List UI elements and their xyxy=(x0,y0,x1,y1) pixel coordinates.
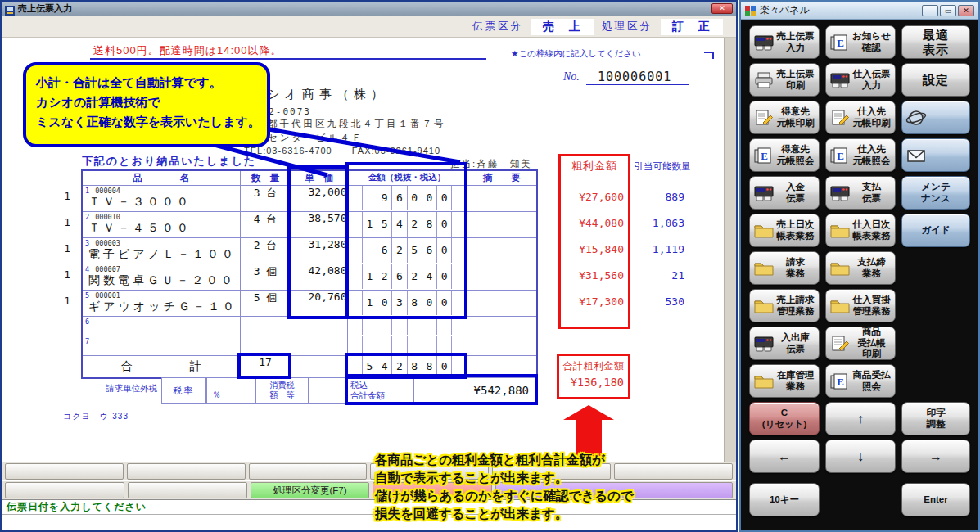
cell-item-name[interactable]: 3 000003電子ピアノＬ－１００ xyxy=(82,237,240,264)
maintenance-button[interactable]: メンテ ナンス xyxy=(901,176,970,210)
cell-amount[interactable]: 96000 xyxy=(347,185,467,211)
optimal-display-button[interactable]: 最適 表示 xyxy=(901,25,970,59)
purchase-payable-mgmt-button[interactable]: 仕入買掛 管理業務 xyxy=(825,289,896,322)
amount-digit-cell xyxy=(451,264,466,289)
cell-unit-price[interactable]: 38,570 xyxy=(291,211,347,237)
cell-remarks[interactable] xyxy=(467,211,537,237)
close-icon[interactable]: ✕ xyxy=(711,3,733,14)
notice-check-button[interactable]: Eお知らせ 確認 xyxy=(825,25,896,59)
process-category-value[interactable]: 訂 正 xyxy=(661,19,723,35)
gross-profit-value: ¥17,300 xyxy=(560,289,624,315)
fkey-button[interactable] xyxy=(127,463,246,480)
cell-amount[interactable] xyxy=(347,336,467,355)
cell-item-name[interactable]: 1 000004ＴＶ－３０００ xyxy=(82,185,240,211)
cell-remarks[interactable] xyxy=(467,290,537,316)
up-button[interactable]: ↑ xyxy=(825,402,896,435)
amount-digit-cell xyxy=(436,317,451,335)
cell-quantity[interactable] xyxy=(240,336,291,355)
cell-quantity[interactable]: 5 個 xyxy=(240,290,291,316)
cell-item-name[interactable]: 5 000001ギアウオッチＧ－１０ xyxy=(82,290,240,316)
panel-row: 売上請求 管理業務仕入買掛 管理業務 xyxy=(749,289,970,322)
company-name: カシオ商事（株） xyxy=(250,87,388,102)
cell-remarks[interactable] xyxy=(467,264,537,290)
mail-button[interactable] xyxy=(901,138,970,172)
print-adjust-button[interactable]: 印字 調整 xyxy=(901,402,970,435)
settings-button[interactable]: 設定 xyxy=(901,63,970,97)
fkey-button[interactable] xyxy=(5,482,124,498)
guide-button[interactable]: ガイド xyxy=(901,214,970,247)
cell-quantity[interactable]: 4 台 xyxy=(240,211,291,237)
panel-cell: 支払締 業務 xyxy=(825,251,896,285)
deposit-slip-button[interactable]: 入金 伝票 xyxy=(749,176,820,210)
cell-quantity[interactable]: 3 台 xyxy=(240,185,291,211)
cell-unit-price[interactable]: 31,280 xyxy=(291,237,347,264)
panel-cell: ← xyxy=(749,440,820,473)
cell-item-name[interactable]: 2 000010ＴＶ－４５００ xyxy=(82,211,240,237)
cell-item-name[interactable]: 4 000007関数電卓ＧＵ－２００ xyxy=(82,264,240,290)
inout-slip-button[interactable]: 入出庫 伝票 xyxy=(749,327,820,360)
cell-amount[interactable]: 62560 xyxy=(347,237,467,264)
maximize-icon[interactable]: ▭ xyxy=(940,5,956,16)
supplier-ledger-inquiry-button[interactable]: E仕入先 元帳照会 xyxy=(825,138,896,172)
minimize-icon[interactable]: — xyxy=(922,5,938,16)
enter-button[interactable]: Enter xyxy=(901,483,970,516)
panel-button-label: 売上日次 帳表業務 xyxy=(775,219,816,242)
cell-remarks[interactable] xyxy=(467,185,537,211)
purchase-daily-report-button[interactable]: 仕入日次 帳表業務 xyxy=(825,214,896,247)
payment-slip-button[interactable]: 支払 伝票 xyxy=(825,176,896,210)
scrollbar[interactable] xyxy=(724,38,736,462)
cell-unit-price[interactable]: 42,080 xyxy=(291,264,347,290)
sales-slip-print-button[interactable]: 売上伝票 印刷 xyxy=(749,63,820,97)
amount-digit-cell: 0 xyxy=(436,212,451,237)
cell-remarks[interactable] xyxy=(467,336,537,355)
invoice-no-value[interactable]: 100006001 xyxy=(598,70,671,84)
web-button[interactable] xyxy=(901,101,970,134)
cell-unit-price[interactable]: 20,760 xyxy=(291,290,347,316)
cell-unit-price[interactable] xyxy=(291,316,347,336)
supplier-ledger-print-button[interactable]: 仕入先 元帳印刷 xyxy=(825,101,896,134)
down-button[interactable]: ↓ xyxy=(825,440,896,473)
slip-category-value[interactable]: 売 上 xyxy=(531,19,594,35)
fkey-button[interactable] xyxy=(5,463,124,480)
c-reset-button[interactable]: C (リセット) xyxy=(749,402,820,435)
sales-daily-report-button[interactable]: 売上日次 帳表業務 xyxy=(749,214,820,247)
left-button[interactable]: ← xyxy=(749,440,820,473)
cell-item-name[interactable]: 7 xyxy=(82,336,240,355)
panel-cell: E商品受払 照会 xyxy=(825,364,896,398)
panel-button-label: 売上請求 管理業務 xyxy=(775,295,816,318)
sales-billing-mgmt-button[interactable]: 売上請求 管理業務 xyxy=(749,289,820,322)
item-ledger-inquiry-button[interactable]: E商品受払 照会 xyxy=(825,364,896,398)
billing-button[interactable]: 請求 業務 xyxy=(749,251,820,285)
process-category-change-button[interactable]: 処理区分変更(F7) xyxy=(251,482,370,498)
payment-closing-button[interactable]: 支払締 業務 xyxy=(825,251,896,285)
cell-amount[interactable]: 126240 xyxy=(347,264,467,290)
cell-quantity[interactable]: 3 個 xyxy=(240,264,291,290)
cell-item-name[interactable]: 6 xyxy=(82,316,240,336)
purchase-slip-input-button[interactable]: 仕入伝票 入力 xyxy=(825,63,896,97)
allocation-values: 8891,0631,11921530 xyxy=(634,184,684,315)
cell-remarks[interactable] xyxy=(467,316,537,336)
cell-amount[interactable] xyxy=(347,316,467,336)
ten-key-button[interactable]: 10キー xyxy=(749,483,820,516)
amount-digit-cell xyxy=(348,264,362,289)
inventory-mgmt-button[interactable]: 在庫管理 業務 xyxy=(749,364,820,398)
cell-remarks[interactable] xyxy=(467,237,537,264)
address-line-1: 東京都千代田区九段北４丁目１番７号 xyxy=(244,118,446,130)
cell-amount[interactable]: 154280 xyxy=(347,211,467,237)
sales-slip-input-button[interactable]: 売上伝票 入力 xyxy=(749,25,820,59)
close-icon[interactable]: ✕ xyxy=(958,5,974,16)
cell-unit-price[interactable] xyxy=(291,336,347,355)
panel-button-label: 売上伝票 印刷 xyxy=(775,69,816,92)
page-pen-icon xyxy=(829,335,851,353)
cell-amount[interactable]: 103800 xyxy=(347,290,467,316)
cell-unit-price[interactable]: 32,000 xyxy=(291,185,347,211)
annotation: 各商品ごとの粗利金額と粗利合計金額が自動で表示することが出来ます。儲けが幾らある… xyxy=(375,451,634,523)
item-ledger-print-button[interactable]: 商品 受払帳 印刷 xyxy=(825,327,896,360)
cell-quantity[interactable] xyxy=(240,316,291,336)
cell-quantity[interactable]: 2 台 xyxy=(240,237,291,264)
fkey-button[interactable] xyxy=(128,482,247,498)
customer-ledger-print-button[interactable]: 得意先 元帳印刷 xyxy=(749,101,820,134)
customer-ledger-inquiry-button[interactable]: E得意先 元帳照会 xyxy=(749,138,820,172)
fkey-button[interactable] xyxy=(249,463,368,480)
right-button[interactable]: → xyxy=(901,440,970,473)
